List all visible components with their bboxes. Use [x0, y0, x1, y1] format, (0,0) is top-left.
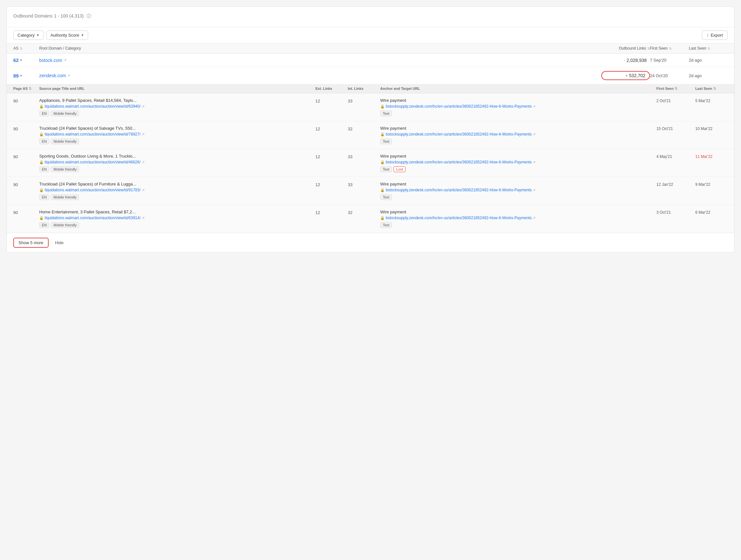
page-url-link[interactable]: liquidations.walmart.com/auction/auction…	[45, 188, 141, 192]
page-title: Home Entertainment, 3 Pallet Spaces, Ret…	[39, 209, 316, 214]
hide-button[interactable]: Hide	[54, 238, 65, 247]
col-last-seen[interactable]: Last Seen ⇅	[689, 46, 728, 51]
arrow-right-icon: ›	[624, 58, 625, 62]
lock-icon: 🔒	[380, 132, 385, 136]
sub-col-last-seen: Last Seen ⇅	[695, 86, 728, 91]
domain-link[interactable]: bstock.com ↗	[39, 58, 601, 63]
last-seen: 6 Mar'22	[695, 209, 728, 215]
page-url: 🔒 liquidations.walmart.com/auction/aucti…	[39, 188, 316, 192]
col-outbound-links[interactable]: Outbound Links ⇅	[601, 46, 650, 51]
sub-col-ext-links: Ext. Links	[316, 86, 348, 91]
page-url-link[interactable]: liquidations.walmart.com/auction/auction…	[45, 132, 141, 136]
external-link-icon: ↗	[533, 132, 536, 136]
col-as[interactable]: AS ⇅	[13, 46, 39, 51]
anchor-text: Wire payment	[380, 126, 656, 131]
badge: Mobile friendly	[51, 222, 79, 228]
show-more-button[interactable]: Show 5 more	[13, 238, 49, 248]
last-seen: 11 Mar'22	[695, 154, 728, 159]
first-seen-value: 7 Sep'20	[650, 58, 689, 63]
page-info: Appliances, 9 Pallet Spaces, Retail $14,…	[39, 98, 316, 116]
external-link-icon: ↗	[142, 132, 145, 136]
sub-col-source-title: Source page Title and URL	[39, 86, 316, 91]
chevron-down-icon: ▼	[81, 34, 84, 37]
external-link-icon: ↗	[142, 216, 145, 220]
first-seen: 15 Oct'21	[656, 126, 695, 131]
badge: Mobile friendly	[51, 194, 79, 200]
anchor-info: Wire payment 🔒 bstocksupply.zendesk.com/…	[380, 182, 656, 200]
external-link-icon: ↗	[533, 105, 536, 109]
badge: EN	[39, 194, 49, 200]
category-filter[interactable]: Category ▼	[13, 30, 44, 40]
col-first-seen[interactable]: First Seen ⇅	[650, 46, 689, 51]
domain-score: 89 ▾	[13, 73, 39, 78]
anchor-badges: Text	[380, 222, 656, 228]
anchor-url: 🔒 bstocksupply.zendesk.com/hc/en-us/arti…	[380, 215, 656, 220]
expand-icon[interactable]: ▾	[20, 58, 22, 62]
anchor-url-link[interactable]: bstocksupply.zendesk.com/hc/en-us/articl…	[386, 104, 532, 109]
outbound-count: ▾ 532,702	[601, 71, 650, 80]
ext-links-count: 12	[316, 182, 348, 187]
external-link-icon: ↗	[64, 58, 66, 62]
page-url-link[interactable]: liquidations.walmart.com/auction/auction…	[45, 160, 141, 165]
page-badges: ENMobile friendly	[39, 222, 316, 228]
sub-col-page-as: Page AS ⇅	[13, 86, 39, 91]
int-links-count: 33	[348, 98, 380, 104]
main-table-header: AS ⇅ Root Domain / Category Outbound Lin…	[7, 44, 734, 54]
category-filter-label: Category	[17, 33, 35, 38]
last-seen: 9 Mar'22	[695, 182, 728, 187]
anchor-text: Wire payment	[380, 209, 656, 214]
page-url-link[interactable]: liquidations.walmart.com/auction/auction…	[45, 104, 141, 109]
lock-icon: 🔒	[39, 160, 44, 165]
text-badge: Text	[380, 166, 392, 172]
sort-icon: ⇅	[20, 47, 22, 50]
last-seen-value: 2d ago	[689, 58, 728, 63]
anchor-info: Wire payment 🔒 bstocksupply.zendesk.com/…	[380, 209, 656, 228]
external-link-icon: ↗	[533, 216, 536, 220]
page-title: Appliances, 9 Pallet Spaces, Retail $14,…	[39, 98, 316, 103]
int-links-count: 33	[348, 182, 380, 187]
domain-row-header: 89 ▾ zendesk.com ↗ ▾ 532,702 24 Oct'20 2…	[7, 67, 734, 84]
text-badge: Text	[380, 111, 392, 116]
badge: EN	[39, 111, 49, 116]
lock-icon: 🔒	[39, 216, 44, 220]
page-score: 90	[13, 126, 39, 131]
page-badges: ENMobile friendly	[39, 138, 316, 144]
page-title: Truckload (24 Pallet Spaces) of Salvage …	[39, 126, 316, 131]
anchor-url: 🔒 bstocksupply.zendesk.com/hc/en-us/arti…	[380, 160, 656, 165]
anchor-text: Wire payment	[380, 182, 656, 186]
page-info: Truckload (24 Pallet Spaces) of Furnitur…	[39, 182, 316, 200]
anchor-badges: TextLost	[380, 166, 656, 172]
page-title: Truckload (24 Pallet Spaces) of Furnitur…	[39, 182, 316, 186]
lock-icon: 🔒	[380, 216, 385, 220]
anchor-url: 🔒 bstocksupply.zendesk.com/hc/en-us/arti…	[380, 188, 656, 192]
table-footer: Show 5 more Hide	[7, 233, 734, 252]
lock-icon: 🔒	[39, 105, 44, 109]
badge: Mobile friendly	[51, 138, 79, 144]
sub-table: Page AS ⇅ Source page Title and URL Ext.…	[7, 84, 734, 233]
domain-score: 62 ▾	[13, 57, 39, 63]
outbound-count-value: 2,028,938	[626, 58, 647, 63]
anchor-text: Wire payment	[380, 98, 656, 103]
anchor-url-link[interactable]: bstocksupply.zendesk.com/hc/en-us/articl…	[386, 160, 532, 165]
sub-col-anchor-target: Anchor and Target URL	[380, 86, 656, 91]
info-icon[interactable]: ⓘ	[86, 13, 91, 19]
domain-link[interactable]: zendesk.com ↗	[39, 73, 601, 78]
authority-score-filter[interactable]: Authority Score ▼	[46, 30, 88, 40]
external-link-icon: ↗	[142, 188, 145, 192]
export-button[interactable]: ↑ Export	[702, 30, 728, 40]
anchor-info: Wire payment 🔒 bstocksupply.zendesk.com/…	[380, 154, 656, 172]
page-url-link[interactable]: liquidations.walmart.com/auction/auction…	[45, 215, 141, 220]
external-link-icon: ↗	[533, 160, 536, 165]
expand-icon[interactable]: ▾	[20, 74, 22, 78]
badge: EN	[39, 166, 49, 172]
first-seen: 12 Jan'22	[656, 182, 695, 187]
anchor-url: 🔒 bstocksupply.zendesk.com/hc/en-us/arti…	[380, 132, 656, 136]
table-row: 90 Home Entertainment, 3 Pallet Spaces, …	[7, 205, 734, 233]
anchor-url-link[interactable]: bstocksupply.zendesk.com/hc/en-us/articl…	[386, 188, 532, 192]
anchor-url-link[interactable]: bstocksupply.zendesk.com/hc/en-us/articl…	[386, 132, 532, 136]
page-score: 90	[13, 209, 39, 215]
anchor-url-link[interactable]: bstocksupply.zendesk.com/hc/en-us/articl…	[386, 215, 532, 220]
int-links-count: 32	[348, 126, 380, 131]
col-root-domain[interactable]: Root Domain / Category	[39, 46, 601, 51]
int-links-count: 33	[348, 154, 380, 159]
